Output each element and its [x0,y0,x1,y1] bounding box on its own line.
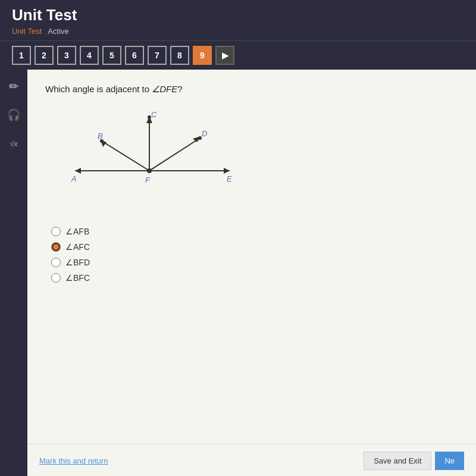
breadcrumb: Unit Test Active [12,27,464,36]
radio-bfc[interactable] [51,273,61,283]
calculator-icon[interactable]: √x [3,133,24,154]
angle-diagram-svg: A F E C B D [57,105,248,212]
svg-line-6 [102,141,149,171]
radio-bfd[interactable] [51,258,61,267]
svg-text:D: D [202,129,207,138]
svg-point-10 [147,168,152,173]
question-btn-9[interactable]: 9 [193,46,212,65]
choice-afb-label: ∠AFB [65,227,89,236]
question-btn-4[interactable]: 4 [80,46,99,65]
geometry-diagram: A F E C B D [57,105,458,215]
question-btn-8[interactable]: 8 [170,46,189,65]
footer-buttons: Save and Exit Ne [364,452,464,470]
choice-bfc: ∠BFC [51,273,458,283]
footer: Mark this and return Save and Exit Ne [27,444,476,476]
question-toolbar: 1 2 3 4 5 6 7 8 9 ▶ [0,40,476,70]
svg-text:F: F [145,176,151,184]
headphones-icon[interactable]: 🎧 [3,104,24,126]
choice-bfc-label: ∠BFC [65,273,90,283]
radio-afb[interactable] [51,227,61,236]
question-btn-3[interactable]: 3 [57,46,76,65]
save-exit-button[interactable]: Save and Exit [364,452,431,470]
svg-text:E: E [227,174,232,183]
choice-bfd: ∠BFD [51,258,458,267]
breadcrumb-link[interactable]: Unit Test [12,27,42,36]
question-btn-7[interactable]: 7 [148,46,167,65]
svg-text:B: B [98,131,103,140]
radio-afc[interactable] [51,242,61,252]
question-text: Which angle is adjacent to ∠DFE? [45,84,458,95]
question-btn-2[interactable]: 2 [35,46,54,65]
svg-line-8 [149,138,200,171]
question-btn-6[interactable]: 6 [125,46,144,65]
svg-marker-1 [75,168,81,174]
answer-choices: ∠AFB ∠AFC ∠BFD ∠BFC [51,227,458,283]
choice-afc-label: ∠AFC [65,242,90,252]
question-nav-next[interactable]: ▶ [215,46,234,65]
choice-bfd-label: ∠BFD [65,258,90,267]
content-area: Which angle is adjacent to ∠DFE? [27,70,476,476]
next-button[interactable]: Ne [435,452,464,470]
header: Unit Test Unit Test Active [0,0,476,40]
question-btn-1[interactable]: 1 [12,46,31,65]
svg-text:A: A [71,174,77,183]
question-btn-5[interactable]: 5 [102,46,121,65]
sidebar: ✏ 🎧 √x [0,70,27,476]
choice-afb: ∠AFB [51,227,458,236]
breadcrumb-status: Active [48,27,68,36]
svg-marker-2 [224,168,230,174]
svg-text:C: C [151,110,157,119]
choice-afc: ∠AFC [51,242,458,252]
mark-return-link[interactable]: Mark this and return [39,456,108,465]
pencil-icon[interactable]: ✏ [3,76,24,97]
page-title: Unit Test [12,6,464,24]
main-layout: ✏ 🎧 √x Which angle is adjacent to ∠DFE? [0,70,476,476]
